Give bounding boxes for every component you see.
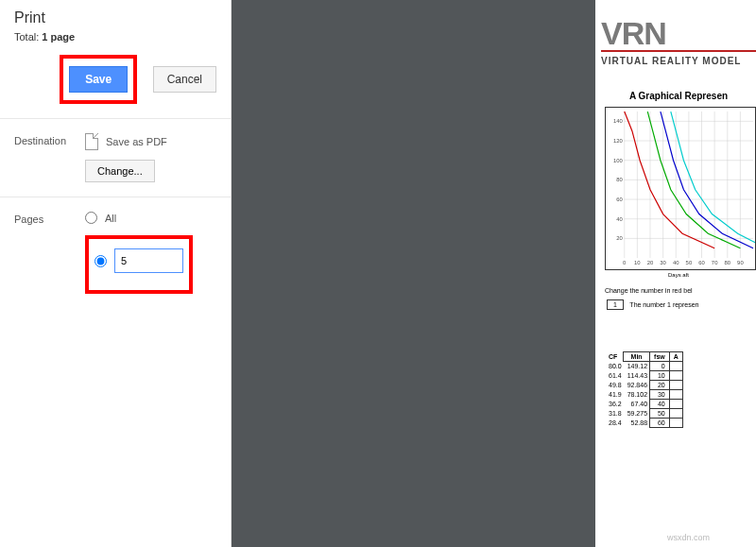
pages-label: Pages	[14, 212, 85, 225]
chart-title: A Graphical Represen	[601, 91, 756, 101]
preview-pane: VRN VIRTUAL REALITY MODEL A Graphical Re…	[232, 0, 756, 547]
table-row: 80.0149.120	[605, 361, 682, 370]
svg-text:20: 20	[616, 235, 623, 241]
table-row: 28.452.8860	[605, 418, 682, 427]
chart-caption-2: The number 1 represen	[629, 301, 698, 308]
table-row: 36.267.4040	[605, 399, 682, 408]
svg-text:100: 100	[613, 157, 624, 162]
highlight-save: Save	[60, 55, 137, 104]
page-range-input[interactable]	[114, 248, 183, 273]
svg-text:40: 40	[673, 260, 679, 265]
table-header: Min	[624, 351, 650, 361]
button-row: Save Cancel	[0, 50, 231, 118]
svg-text:120: 120	[613, 138, 624, 144]
radio-range[interactable]	[94, 255, 107, 267]
radio-all-label: All	[105, 213, 116, 224]
radio-all[interactable]	[85, 212, 97, 224]
pages-all-row: All	[85, 212, 216, 224]
document-preview: VRN VIRTUAL REALITY MODEL A Graphical Re…	[595, 0, 756, 547]
save-as-pdf-row: Save as PDF	[85, 133, 216, 150]
destination-section: Destination Save as PDF Change...	[0, 118, 231, 197]
table-row: 49.892.84620	[605, 380, 682, 389]
svg-text:10: 10	[634, 260, 641, 265]
chart-container: Inverse usage 20406080100120140010203040…	[605, 107, 756, 270]
table-header: CF	[605, 351, 624, 361]
brand-subtitle: VIRTUAL REALITY MODEL	[601, 56, 756, 66]
total-pages: Total: 1 page	[0, 31, 231, 50]
svg-text:80: 80	[616, 177, 623, 182]
table-header: A	[669, 351, 682, 361]
table-row: 61.4114.4310	[605, 370, 682, 380]
svg-text:30: 30	[660, 260, 666, 265]
save-button[interactable]: Save	[69, 66, 128, 93]
destination-label: Destination	[14, 133, 85, 146]
svg-text:20: 20	[647, 260, 654, 265]
chart-xlabel: Days aft	[601, 272, 756, 278]
cancel-button[interactable]: Cancel	[153, 66, 216, 93]
document-icon	[85, 133, 98, 150]
svg-text:50: 50	[686, 260, 693, 265]
table-row: 41.978.10230	[605, 389, 682, 399]
chart-svg: 204060801001201400102030405060708090	[606, 108, 755, 269]
destination-value: Save as PDF	[106, 136, 167, 147]
number-box: 1	[607, 299, 624, 310]
table-row: 31.859.27550	[605, 408, 682, 418]
change-destination-button[interactable]: Change...	[85, 160, 155, 182]
watermark: wsxdn.com	[667, 533, 710, 542]
brand-logo: VRN	[601, 19, 756, 48]
print-sidebar: Print Total: 1 page Save Cancel Destinat…	[0, 0, 232, 547]
svg-text:80: 80	[724, 260, 730, 265]
svg-text:140: 140	[613, 118, 624, 124]
svg-text:90: 90	[737, 260, 744, 265]
svg-text:60: 60	[616, 197, 623, 202]
svg-text:40: 40	[616, 215, 623, 221]
table-header: fsw	[650, 351, 670, 361]
pages-section: Pages All	[0, 197, 231, 308]
svg-text:60: 60	[698, 260, 705, 265]
svg-text:0: 0	[623, 260, 627, 265]
svg-text:70: 70	[712, 260, 718, 265]
data-table: CFMinfswA 80.0149.12061.4114.431049.892.…	[605, 351, 683, 428]
chart-caption-1: Change the number in red bel	[605, 287, 756, 294]
highlight-pages-range	[85, 235, 193, 294]
print-title: Print	[0, 0, 231, 31]
